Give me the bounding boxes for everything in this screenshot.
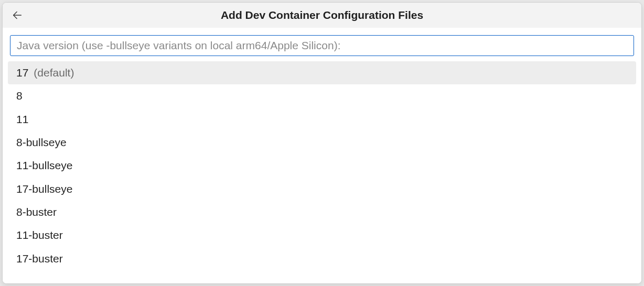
list-item-description: (default) bbox=[34, 65, 74, 80]
list-item-label: 8-buster bbox=[16, 205, 57, 219]
list-item-label: 8-bullseye bbox=[16, 135, 67, 150]
list-item[interactable]: 8 bbox=[8, 84, 636, 107]
list-item[interactable]: 11-buster bbox=[8, 224, 636, 247]
quickpick-title: Add Dev Container Configuration Files bbox=[3, 9, 641, 21]
list-item-label: 17-buster bbox=[16, 251, 63, 266]
list-item[interactable]: 17-bullseye bbox=[8, 178, 636, 201]
arrow-left-icon bbox=[12, 9, 23, 21]
list-item-label: 11-buster bbox=[16, 228, 63, 243]
list-item-label: 8 bbox=[16, 89, 23, 103]
java-version-input[interactable] bbox=[10, 35, 634, 56]
quickpick-header: Add Dev Container Configuration Files bbox=[3, 3, 641, 28]
back-button[interactable] bbox=[10, 8, 25, 23]
list-item-label: 11-bullseye bbox=[16, 158, 72, 173]
list-item-label: 17-bullseye bbox=[16, 182, 72, 196]
list-item[interactable]: 11-bullseye bbox=[8, 154, 636, 177]
quickpick-panel: Add Dev Container Configuration Files 17… bbox=[2, 2, 642, 284]
list-item-label: 17 bbox=[16, 65, 28, 80]
input-container bbox=[3, 28, 641, 61]
list-item[interactable]: 8-buster bbox=[8, 201, 636, 224]
list-item-label: 11 bbox=[16, 112, 28, 127]
list-item[interactable]: 8-bullseye bbox=[8, 131, 636, 154]
options-list: 17(default)8118-bullseye11-bullseye17-bu… bbox=[3, 61, 641, 283]
list-item[interactable]: 17-buster bbox=[8, 247, 636, 270]
list-item[interactable]: 11 bbox=[8, 108, 636, 131]
list-item[interactable]: 17(default) bbox=[8, 61, 636, 84]
